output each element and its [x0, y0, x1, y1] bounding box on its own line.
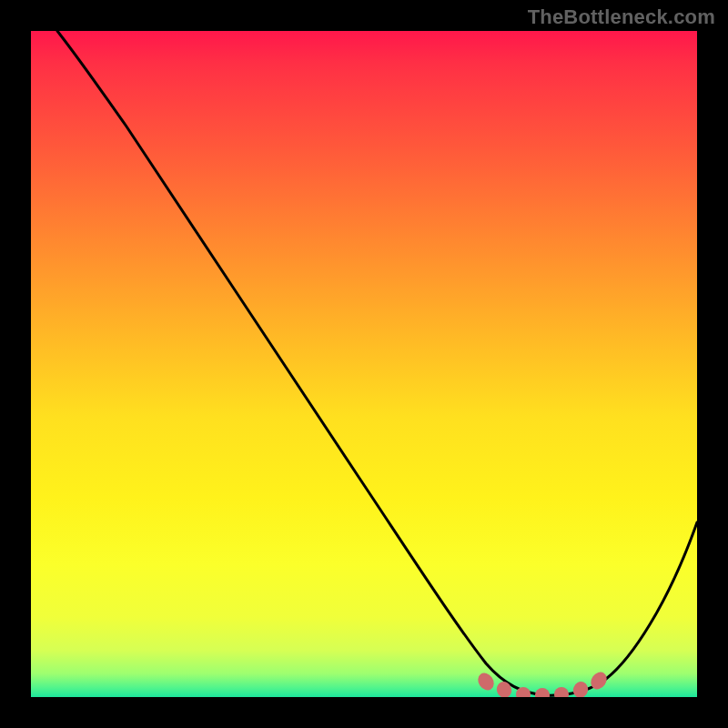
chart-container: TheBottleneck.com [0, 0, 728, 728]
bottleneck-curve-path [57, 31, 697, 695]
marker-dot [494, 680, 513, 697]
plot-area [31, 31, 697, 697]
watermark-text: TheBottleneck.com [528, 5, 715, 29]
curve-overlay [31, 31, 697, 697]
marker-dot [535, 688, 550, 697]
marker-dot [554, 687, 569, 697]
